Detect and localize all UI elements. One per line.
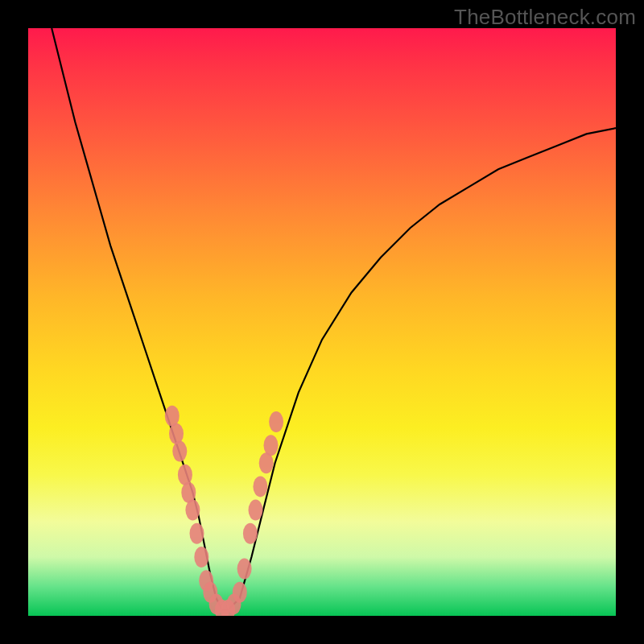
marker-cluster-left bbox=[165, 406, 229, 616]
data-marker bbox=[243, 523, 258, 544]
data-marker bbox=[190, 523, 204, 544]
bottleneck-curve bbox=[52, 28, 616, 610]
watermark-text: TheBottleneck.com bbox=[454, 5, 636, 30]
data-marker bbox=[194, 547, 208, 568]
outer-frame: TheBottleneck.com bbox=[0, 0, 644, 644]
data-marker bbox=[253, 476, 267, 497]
data-marker bbox=[172, 441, 187, 462]
plot-area bbox=[28, 28, 616, 616]
chart-svg bbox=[28, 28, 616, 616]
data-marker bbox=[185, 500, 200, 521]
data-marker bbox=[249, 500, 263, 521]
marker-cluster-right bbox=[221, 411, 283, 616]
data-marker bbox=[237, 559, 252, 580]
data-marker bbox=[233, 582, 247, 603]
data-marker bbox=[269, 411, 283, 432]
data-marker bbox=[178, 464, 192, 485]
data-marker bbox=[264, 435, 279, 456]
data-marker bbox=[169, 423, 184, 444]
